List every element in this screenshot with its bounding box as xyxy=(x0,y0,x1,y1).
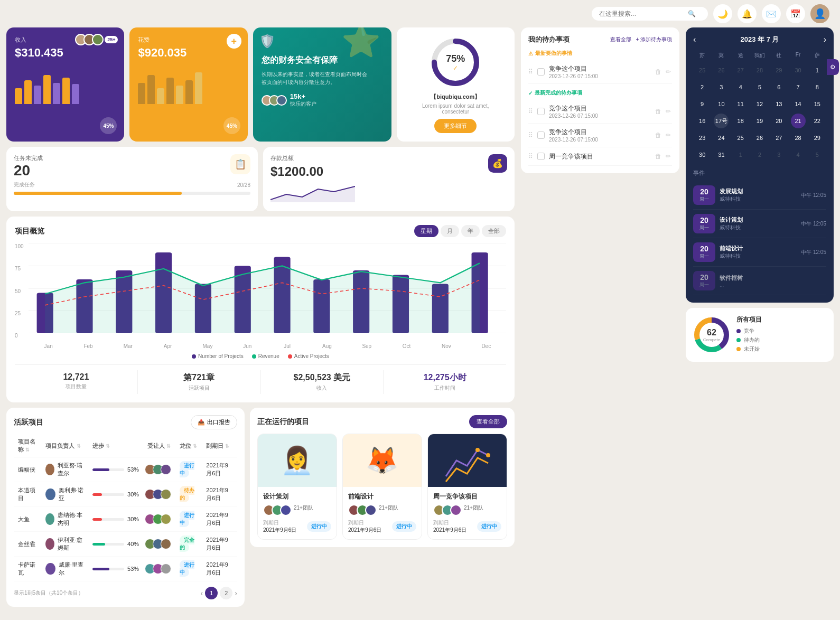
cal-day-1[interactable]: 1 xyxy=(810,63,825,78)
edit-todo-2[interactable]: ✏ xyxy=(665,130,672,140)
prev-page-btn[interactable]: ‹ xyxy=(201,589,203,597)
mail-icon[interactable]: ✉️ xyxy=(762,4,781,23)
bar-6 xyxy=(62,78,70,104)
manager-cell-3: 伊利亚·愈姆斯 xyxy=(45,536,84,552)
cal-day-4-next[interactable]: 4 xyxy=(791,147,806,162)
cal-day-23[interactable]: 23 xyxy=(695,130,710,145)
cal-day-2[interactable]: 2 xyxy=(695,80,710,95)
todo-check-3[interactable] xyxy=(537,153,545,160)
delete-todo-1[interactable]: 🗑 xyxy=(654,107,662,116)
calendar-icon[interactable]: 📅 xyxy=(786,4,805,23)
cal-day-14[interactable]: 14 xyxy=(791,97,806,111)
edit-todo-1[interactable]: ✏ xyxy=(665,107,672,116)
active-projects-title: 活跃项目 xyxy=(14,418,43,427)
cal-day-29-prev[interactable]: 29 xyxy=(771,63,786,78)
cal-header-fr: Fr xyxy=(789,50,807,61)
sort-name-icon[interactable]: ⇅ xyxy=(25,447,30,453)
cal-next-btn[interactable]: › xyxy=(824,35,826,44)
cal-day-21-today[interactable]: 21 xyxy=(791,114,806,128)
cal-day-24[interactable]: 24 xyxy=(714,130,729,145)
cal-day-8[interactable]: 8 xyxy=(810,80,825,95)
cal-day-28[interactable]: 28 xyxy=(791,130,806,145)
cal-day-26-prev[interactable]: 26 xyxy=(714,63,729,78)
manager-avatar-0 xyxy=(45,464,54,475)
events-title: 事件 xyxy=(693,169,826,177)
cal-day-18[interactable]: 18 xyxy=(733,114,748,128)
sort-progress-icon[interactable]: ⇅ xyxy=(106,444,110,449)
cal-day-13[interactable]: 13 xyxy=(771,97,786,111)
cal-day-3-next[interactable]: 3 xyxy=(771,147,786,162)
cal-day-27[interactable]: 27 xyxy=(771,130,786,145)
cal-day-26[interactable]: 26 xyxy=(752,130,767,145)
delete-todo-2[interactable]: 🗑 xyxy=(654,130,662,140)
user-avatar[interactable]: 👤 xyxy=(810,4,829,23)
todo-check-0[interactable] xyxy=(537,68,545,76)
row-status-4: 进行中 xyxy=(175,557,202,581)
cal-day-6[interactable]: 6 xyxy=(771,80,786,95)
notification-bell[interactable]: 🔔 xyxy=(738,4,757,23)
tab-all[interactable]: 全部 xyxy=(482,225,506,237)
calendar-settings-btn[interactable]: ⚙ xyxy=(827,59,839,75)
cal-day-3[interactable]: 3 xyxy=(714,80,729,95)
revenue-card: 收入 $310.435 25+ 45% xyxy=(6,27,124,142)
export-report-btn[interactable]: 📤 出口报告 xyxy=(191,415,237,429)
next-page-btn[interactable]: › xyxy=(235,589,237,597)
tab-week[interactable]: 星期 xyxy=(414,225,438,237)
cal-day-2-next[interactable]: 2 xyxy=(752,147,767,162)
delete-todo-3[interactable]: 🗑 xyxy=(654,152,662,161)
cal-day-1-next[interactable]: 1 xyxy=(733,147,748,162)
cal-prev-btn[interactable]: ‹ xyxy=(693,35,696,44)
edit-todo-3[interactable]: ✏ xyxy=(665,152,672,161)
cal-day-25[interactable]: 25 xyxy=(733,130,748,145)
row-name-4: 卡萨诺瓦 xyxy=(14,557,41,581)
cal-day-5[interactable]: 5 xyxy=(752,80,767,95)
cal-day-5-next[interactable]: 5 xyxy=(810,147,825,162)
page-2-btn[interactable]: 2 xyxy=(220,587,232,599)
cal-day-11[interactable]: 11 xyxy=(733,97,748,111)
cal-day-17[interactable]: 17号 xyxy=(714,114,729,128)
tab-year[interactable]: 年 xyxy=(461,225,480,237)
cal-day-29[interactable]: 29 xyxy=(810,130,825,145)
search-input[interactable] xyxy=(599,10,684,17)
cal-day-9[interactable]: 9 xyxy=(695,97,710,111)
task-progress-row: 完成任务 20/28 xyxy=(14,181,250,189)
cal-day-15[interactable]: 15 xyxy=(810,97,825,111)
view-all-running-btn[interactable]: 查看全部 xyxy=(469,415,507,428)
search-bar[interactable]: 🔍 xyxy=(592,7,708,21)
sort-manager-icon[interactable]: ⇅ xyxy=(77,444,81,449)
add-todo-link[interactable]: + 添加待办事项 xyxy=(636,36,672,43)
sort-role-icon[interactable]: ⇅ xyxy=(193,444,197,449)
expense-bars xyxy=(138,72,239,104)
cal-day-30-prev[interactable]: 30 xyxy=(791,63,806,78)
cal-day-25-prev[interactable]: 25 xyxy=(695,63,710,78)
more-details-btn[interactable]: 更多细节 xyxy=(434,119,477,133)
run-card-0[interactable]: 👩‍💼 设计策划 21+团队 xyxy=(257,434,337,540)
todo-check-2[interactable] xyxy=(537,131,545,139)
run-card-1[interactable]: 🦊 前端设计 21+团队 xyxy=(342,434,422,540)
cal-day-20[interactable]: 20 xyxy=(771,114,786,128)
edit-todo-0[interactable]: ✏ xyxy=(665,67,672,77)
sort-due-icon[interactable]: ⇅ xyxy=(225,444,229,449)
cal-day-12[interactable]: 12 xyxy=(752,97,767,111)
cal-day-22[interactable]: 22 xyxy=(810,114,825,128)
run-card-2[interactable]: 周一竞争该项目 21+团队 到期日 xyxy=(427,434,507,540)
todo-check-1[interactable] xyxy=(537,108,545,115)
add-expense-btn[interactable]: + xyxy=(227,34,241,49)
cal-day-30[interactable]: 30 xyxy=(695,147,710,162)
cal-day-28-prev[interactable]: 28 xyxy=(752,63,767,78)
cal-day-27-prev[interactable]: 27 xyxy=(733,63,748,78)
donut-dot-0 xyxy=(736,329,741,333)
theme-toggle[interactable]: 🌙 xyxy=(713,4,732,23)
page-1-btn[interactable]: 1 xyxy=(205,587,218,599)
sort-assignee-icon[interactable]: ⇅ xyxy=(166,444,171,449)
cal-day-16[interactable]: 16 xyxy=(695,114,710,128)
progress-pct-0: 53% xyxy=(127,466,139,473)
cal-day-7[interactable]: 7 xyxy=(791,80,806,95)
cal-day-4[interactable]: 4 xyxy=(733,80,748,95)
delete-todo-0[interactable]: 🗑 xyxy=(654,67,662,77)
tab-month[interactable]: 月 xyxy=(441,225,459,237)
cal-day-19[interactable]: 19 xyxy=(752,114,767,128)
view-all-todo-link[interactable]: 查看全部 xyxy=(610,36,631,43)
cal-day-31[interactable]: 31 xyxy=(714,147,729,162)
cal-day-10[interactable]: 10 xyxy=(714,97,729,111)
